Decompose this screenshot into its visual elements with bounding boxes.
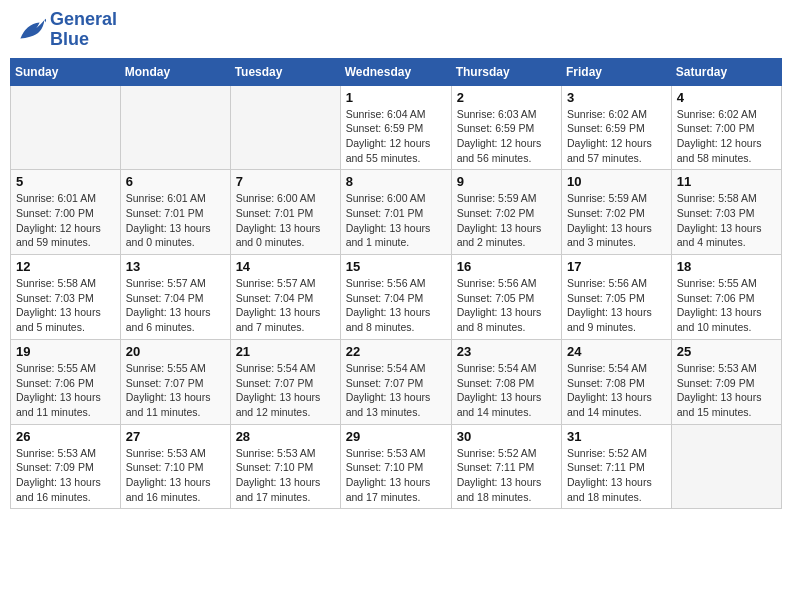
calendar-week-row: 5Sunrise: 6:01 AMSunset: 7:00 PMDaylight…	[11, 170, 782, 255]
day-info: Sunrise: 5:55 AMSunset: 7:06 PMDaylight:…	[677, 276, 776, 335]
day-number: 1	[346, 90, 446, 105]
calendar-table: SundayMondayTuesdayWednesdayThursdayFrid…	[10, 58, 782, 510]
day-number: 21	[236, 344, 335, 359]
calendar-cell: 26Sunrise: 5:53 AMSunset: 7:09 PMDayligh…	[11, 424, 121, 509]
day-info: Sunrise: 5:53 AMSunset: 7:09 PMDaylight:…	[16, 446, 115, 505]
calendar-cell: 30Sunrise: 5:52 AMSunset: 7:11 PMDayligh…	[451, 424, 561, 509]
day-info: Sunrise: 5:58 AMSunset: 7:03 PMDaylight:…	[677, 191, 776, 250]
day-info: Sunrise: 5:59 AMSunset: 7:02 PMDaylight:…	[567, 191, 666, 250]
calendar-cell	[120, 85, 230, 170]
calendar-week-row: 1Sunrise: 6:04 AMSunset: 6:59 PMDaylight…	[11, 85, 782, 170]
day-header-monday: Monday	[120, 58, 230, 85]
day-number: 14	[236, 259, 335, 274]
calendar-cell: 4Sunrise: 6:02 AMSunset: 7:00 PMDaylight…	[671, 85, 781, 170]
day-number: 2	[457, 90, 556, 105]
day-number: 16	[457, 259, 556, 274]
day-info: Sunrise: 5:54 AMSunset: 7:07 PMDaylight:…	[346, 361, 446, 420]
calendar-cell: 15Sunrise: 5:56 AMSunset: 7:04 PMDayligh…	[340, 255, 451, 340]
day-number: 26	[16, 429, 115, 444]
day-info: Sunrise: 6:02 AMSunset: 7:00 PMDaylight:…	[677, 107, 776, 166]
day-info: Sunrise: 5:55 AMSunset: 7:06 PMDaylight:…	[16, 361, 115, 420]
calendar-cell: 12Sunrise: 5:58 AMSunset: 7:03 PMDayligh…	[11, 255, 121, 340]
calendar-cell: 6Sunrise: 6:01 AMSunset: 7:01 PMDaylight…	[120, 170, 230, 255]
day-info: Sunrise: 5:53 AMSunset: 7:10 PMDaylight:…	[126, 446, 225, 505]
day-info: Sunrise: 5:52 AMSunset: 7:11 PMDaylight:…	[457, 446, 556, 505]
calendar-week-row: 26Sunrise: 5:53 AMSunset: 7:09 PMDayligh…	[11, 424, 782, 509]
day-info: Sunrise: 5:58 AMSunset: 7:03 PMDaylight:…	[16, 276, 115, 335]
day-info: Sunrise: 5:55 AMSunset: 7:07 PMDaylight:…	[126, 361, 225, 420]
day-number: 10	[567, 174, 666, 189]
day-header-saturday: Saturday	[671, 58, 781, 85]
day-number: 9	[457, 174, 556, 189]
day-header-friday: Friday	[562, 58, 672, 85]
logo: General Blue	[14, 10, 117, 50]
calendar-week-row: 12Sunrise: 5:58 AMSunset: 7:03 PMDayligh…	[11, 255, 782, 340]
calendar-cell: 22Sunrise: 5:54 AMSunset: 7:07 PMDayligh…	[340, 339, 451, 424]
day-info: Sunrise: 5:53 AMSunset: 7:09 PMDaylight:…	[677, 361, 776, 420]
calendar-cell: 31Sunrise: 5:52 AMSunset: 7:11 PMDayligh…	[562, 424, 672, 509]
calendar-header-row: SundayMondayTuesdayWednesdayThursdayFrid…	[11, 58, 782, 85]
day-number: 31	[567, 429, 666, 444]
day-info: Sunrise: 5:56 AMSunset: 7:05 PMDaylight:…	[457, 276, 556, 335]
day-info: Sunrise: 6:00 AMSunset: 7:01 PMDaylight:…	[346, 191, 446, 250]
calendar-cell	[11, 85, 121, 170]
calendar-cell: 29Sunrise: 5:53 AMSunset: 7:10 PMDayligh…	[340, 424, 451, 509]
day-info: Sunrise: 5:54 AMSunset: 7:08 PMDaylight:…	[457, 361, 556, 420]
calendar-cell: 16Sunrise: 5:56 AMSunset: 7:05 PMDayligh…	[451, 255, 561, 340]
day-number: 19	[16, 344, 115, 359]
day-info: Sunrise: 5:53 AMSunset: 7:10 PMDaylight:…	[236, 446, 335, 505]
calendar-cell: 3Sunrise: 6:02 AMSunset: 6:59 PMDaylight…	[562, 85, 672, 170]
calendar-cell: 25Sunrise: 5:53 AMSunset: 7:09 PMDayligh…	[671, 339, 781, 424]
logo-text: General	[50, 10, 117, 30]
day-number: 3	[567, 90, 666, 105]
calendar-cell: 27Sunrise: 5:53 AMSunset: 7:10 PMDayligh…	[120, 424, 230, 509]
day-info: Sunrise: 6:01 AMSunset: 7:01 PMDaylight:…	[126, 191, 225, 250]
day-header-thursday: Thursday	[451, 58, 561, 85]
day-info: Sunrise: 6:01 AMSunset: 7:00 PMDaylight:…	[16, 191, 115, 250]
calendar-cell: 2Sunrise: 6:03 AMSunset: 6:59 PMDaylight…	[451, 85, 561, 170]
calendar-cell: 5Sunrise: 6:01 AMSunset: 7:00 PMDaylight…	[11, 170, 121, 255]
day-info: Sunrise: 5:57 AMSunset: 7:04 PMDaylight:…	[236, 276, 335, 335]
calendar-cell: 20Sunrise: 5:55 AMSunset: 7:07 PMDayligh…	[120, 339, 230, 424]
calendar-cell: 23Sunrise: 5:54 AMSunset: 7:08 PMDayligh…	[451, 339, 561, 424]
day-info: Sunrise: 5:54 AMSunset: 7:08 PMDaylight:…	[567, 361, 666, 420]
day-info: Sunrise: 5:56 AMSunset: 7:05 PMDaylight:…	[567, 276, 666, 335]
day-number: 7	[236, 174, 335, 189]
calendar-cell: 24Sunrise: 5:54 AMSunset: 7:08 PMDayligh…	[562, 339, 672, 424]
day-number: 8	[346, 174, 446, 189]
day-number: 20	[126, 344, 225, 359]
logo-text2: Blue	[50, 30, 117, 50]
day-number: 28	[236, 429, 335, 444]
calendar-cell: 1Sunrise: 6:04 AMSunset: 6:59 PMDaylight…	[340, 85, 451, 170]
day-number: 13	[126, 259, 225, 274]
calendar-cell: 11Sunrise: 5:58 AMSunset: 7:03 PMDayligh…	[671, 170, 781, 255]
calendar-cell: 28Sunrise: 5:53 AMSunset: 7:10 PMDayligh…	[230, 424, 340, 509]
calendar-cell: 13Sunrise: 5:57 AMSunset: 7:04 PMDayligh…	[120, 255, 230, 340]
day-info: Sunrise: 6:04 AMSunset: 6:59 PMDaylight:…	[346, 107, 446, 166]
day-info: Sunrise: 6:03 AMSunset: 6:59 PMDaylight:…	[457, 107, 556, 166]
day-number: 23	[457, 344, 556, 359]
calendar-cell	[230, 85, 340, 170]
calendar-cell: 17Sunrise: 5:56 AMSunset: 7:05 PMDayligh…	[562, 255, 672, 340]
day-header-sunday: Sunday	[11, 58, 121, 85]
day-number: 6	[126, 174, 225, 189]
day-header-tuesday: Tuesday	[230, 58, 340, 85]
day-info: Sunrise: 6:02 AMSunset: 6:59 PMDaylight:…	[567, 107, 666, 166]
calendar-cell: 10Sunrise: 5:59 AMSunset: 7:02 PMDayligh…	[562, 170, 672, 255]
day-number: 30	[457, 429, 556, 444]
calendar-cell: 14Sunrise: 5:57 AMSunset: 7:04 PMDayligh…	[230, 255, 340, 340]
calendar-cell: 8Sunrise: 6:00 AMSunset: 7:01 PMDaylight…	[340, 170, 451, 255]
day-number: 25	[677, 344, 776, 359]
logo-icon	[14, 16, 46, 44]
day-number: 22	[346, 344, 446, 359]
day-number: 11	[677, 174, 776, 189]
day-info: Sunrise: 6:00 AMSunset: 7:01 PMDaylight:…	[236, 191, 335, 250]
day-number: 24	[567, 344, 666, 359]
day-number: 15	[346, 259, 446, 274]
day-number: 18	[677, 259, 776, 274]
day-info: Sunrise: 5:56 AMSunset: 7:04 PMDaylight:…	[346, 276, 446, 335]
day-number: 29	[346, 429, 446, 444]
calendar-cell	[671, 424, 781, 509]
day-number: 17	[567, 259, 666, 274]
day-number: 12	[16, 259, 115, 274]
